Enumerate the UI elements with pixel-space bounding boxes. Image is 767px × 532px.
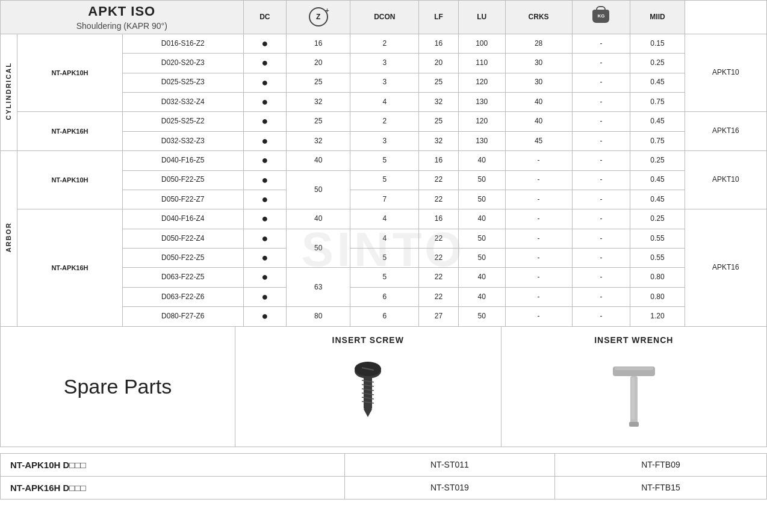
part-code: D063-F22-Z6: [122, 287, 243, 306]
part-code: D050-F22-Z7: [122, 190, 243, 209]
section-label-cylindrical: CYLINDRICAL: [1, 34, 17, 150]
dc-val: ●: [243, 268, 287, 287]
lf-val: 22: [419, 268, 458, 287]
dcon-val: 4: [350, 209, 419, 229]
screw-icon: [341, 359, 395, 431]
part-code: D020-S20-Z3: [122, 54, 243, 73]
dc-val: ●: [243, 287, 287, 306]
dcon-val: 5: [350, 268, 419, 287]
insert-screw-image: [341, 351, 395, 441]
weight-val: 0.25: [630, 209, 685, 229]
part-code: D050-F22-Z5: [122, 249, 243, 268]
z-val: 32: [287, 131, 350, 150]
dcon-val: 3: [350, 73, 419, 92]
dcon-val: 5: [350, 170, 419, 190]
dcon-val: 6: [350, 307, 419, 326]
miid-val: APKT16: [685, 209, 766, 326]
part-code: D032-S32-Z4: [122, 92, 243, 111]
lf-val: 25: [419, 73, 458, 92]
kg-val: -: [572, 268, 630, 287]
spare-parts-label: Spare Parts: [1, 327, 235, 447]
col-lu: LU: [458, 1, 505, 34]
table-row: ARBOR NT-APK10H D040-F16-Z5 ● 40 5 16 40…: [1, 151, 767, 170]
lu-val: 50: [458, 190, 505, 209]
kg-val: -: [572, 92, 630, 111]
lu-val: 40: [458, 151, 505, 170]
lu-val: 50: [458, 170, 505, 190]
table-row: NT-APK16H D025-S25-Z2 ● 25 2 25 120 40 -…: [1, 112, 767, 131]
col-kg: KG: [572, 1, 630, 34]
z-val: 50: [287, 229, 350, 268]
lu-val: 50: [458, 307, 505, 326]
dc-val: ●: [243, 190, 287, 209]
crks-val: -: [505, 287, 572, 306]
col-z: Z +: [287, 1, 350, 34]
lf-val: 22: [419, 287, 458, 306]
dc-val: ●: [243, 151, 287, 170]
dc-val: ●: [243, 307, 287, 326]
lu-val: 130: [458, 131, 505, 150]
table-row: NT-APK16H D040-F16-Z4 ● 40 4 16 40 - - 0…: [1, 209, 767, 229]
part-code: D032-S32-Z3: [122, 131, 243, 150]
model-label: NT-APK10H: [17, 151, 123, 209]
page-title: APKT ISO: [4, 3, 240, 20]
lu-val: 110: [458, 54, 505, 73]
lu-val: 40: [458, 268, 505, 287]
miid-val: APKT16: [685, 112, 766, 151]
dc-val: ●: [243, 170, 287, 190]
main-table: APKT ISO Shouldering (KAPR 90°) DC Z + D…: [0, 0, 767, 327]
dc-val: ●: [243, 112, 287, 131]
spare-parts-items: INSERT SCREW: [235, 327, 766, 447]
dcon-val: 2: [350, 34, 419, 53]
dcon-val: 4: [350, 92, 419, 111]
part-code: D050-F22-Z4: [122, 229, 243, 248]
kg-val: -: [572, 209, 630, 229]
z-val: 50: [287, 170, 350, 209]
lu-val: 50: [458, 249, 505, 268]
part-code: D063-F22-Z5: [122, 268, 243, 287]
dcon-val: 2: [350, 112, 419, 131]
kg-val: -: [572, 151, 630, 170]
lf-val: 16: [419, 209, 458, 229]
dc-val: ●: [243, 73, 287, 92]
kg-val: -: [572, 131, 630, 150]
lf-val: 22: [419, 190, 458, 209]
col-miid: MIID: [630, 1, 685, 34]
crks-val: 40: [505, 92, 572, 111]
crks-val: 40: [505, 112, 572, 131]
wrench-icon: [604, 359, 664, 431]
dc-val: ●: [243, 54, 287, 73]
lu-val: 120: [458, 73, 505, 92]
spare-parts-section: Spare Parts INSERT SCREW: [0, 327, 767, 447]
dcon-val: 3: [350, 131, 419, 150]
part-code: D080-F27-Z6: [122, 307, 243, 326]
kg-val: -: [572, 307, 630, 326]
z-val: 80: [287, 307, 350, 326]
kg-val: -: [572, 112, 630, 131]
part-code: D050-F22-Z5: [122, 170, 243, 190]
model-label: NT-APK10H: [17, 34, 123, 112]
crks-val: -: [505, 170, 572, 190]
weight-val: 0.25: [630, 54, 685, 73]
crks-val: 30: [505, 54, 572, 73]
crks-val: 45: [505, 131, 572, 150]
dcon-val: 6: [350, 287, 419, 306]
dc-val: ●: [243, 249, 287, 268]
col-dcon: DCON: [350, 1, 419, 34]
bottom-table-row: NT-APK16H D□□□ NT-ST019 NT-FTB15: [1, 476, 767, 499]
dcon-val: 5: [350, 249, 419, 268]
svg-rect-15: [632, 377, 635, 419]
z-val: 20: [287, 54, 350, 73]
kg-val: -: [572, 34, 630, 53]
dcon-val: 7: [350, 190, 419, 209]
svg-rect-13: [629, 422, 639, 427]
crks-val: 28: [505, 34, 572, 53]
model-label: NT-APK16H: [17, 112, 123, 151]
col-crks: CRKS: [505, 1, 572, 34]
insert-wrench-title: INSERT WRENCH: [594, 335, 673, 345]
part-code: D025-S25-Z2: [122, 112, 243, 131]
dcon-val: 4: [350, 229, 419, 248]
kg-val: -: [572, 249, 630, 268]
bottom-screw-1: NT-ST011: [344, 453, 554, 476]
lf-val: 22: [419, 249, 458, 268]
